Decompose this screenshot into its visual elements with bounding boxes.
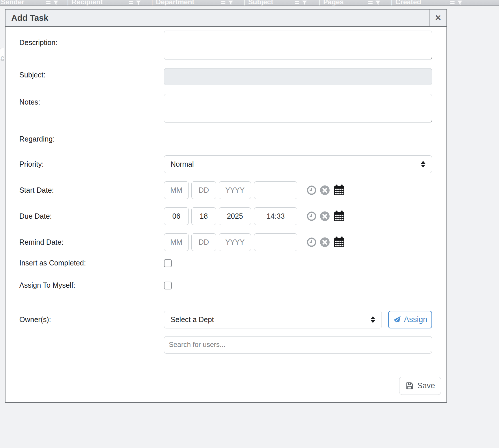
sort-icon	[450, 1, 455, 4]
subject-input	[164, 68, 432, 85]
bg-column-subject: Subject	[248, 0, 273, 5]
bg-column-recipient: Recipient	[72, 0, 103, 5]
insert-completed-checkbox[interactable]	[164, 259, 172, 267]
background-table-header: Sender Recipient Department Subject Page…	[0, 0, 499, 5]
notes-textarea[interactable]	[164, 94, 432, 123]
start-clock-icon[interactable]	[307, 185, 316, 195]
due-clear-icon[interactable]	[320, 211, 330, 221]
assign-button-label: Assign	[404, 315, 427, 324]
due-calendar-icon[interactable]	[333, 210, 345, 222]
description-label: Description:	[19, 38, 57, 47]
filter-funnel-icon	[375, 1, 380, 5]
assign-button[interactable]: Assign	[388, 311, 432, 328]
subject-label: Subject:	[19, 71, 45, 79]
department-select-value: Select a Dept	[171, 315, 371, 324]
modal-header: Add Task ✕	[5, 10, 446, 27]
bg-header-icons	[221, 1, 233, 5]
remind-calendar-icon[interactable]	[333, 236, 345, 248]
start-calendar-icon[interactable]	[333, 184, 345, 196]
bg-header-icons	[450, 1, 462, 5]
sort-icon	[46, 1, 51, 4]
bg-partial-text: e	[1, 54, 4, 62]
start-clear-icon[interactable]	[320, 185, 330, 195]
bg-column-pages: Pages	[323, 0, 344, 5]
modal-body: Description: Subject: Notes: Regarding: …	[5, 27, 446, 402]
select-arrows-icon	[371, 316, 375, 323]
sort-icon	[295, 1, 299, 4]
priority-select[interactable]: Normal	[164, 155, 432, 173]
priority-label: Priority:	[19, 160, 44, 168]
paper-plane-icon	[393, 316, 401, 324]
remind-year-input[interactable]	[219, 233, 251, 251]
due-year-input[interactable]	[219, 207, 251, 225]
bg-column-sender: Sender	[1, 0, 24, 5]
start-day-input[interactable]	[191, 181, 216, 199]
filter-funnel-icon	[302, 1, 307, 5]
due-day-input[interactable]	[191, 207, 216, 225]
close-icon: ✕	[435, 13, 442, 23]
select-arrows-icon	[421, 161, 425, 168]
filter-funnel-icon	[136, 1, 141, 5]
remind-date-label: Remind Date:	[19, 238, 63, 246]
remind-month-input[interactable]	[164, 233, 189, 251]
sort-icon	[129, 1, 133, 4]
start-date-label: Start Date:	[19, 186, 54, 194]
start-month-input[interactable]	[164, 181, 189, 199]
column-separator: |	[151, 0, 153, 5]
filter-funnel-icon	[457, 1, 462, 5]
description-textarea[interactable]	[164, 31, 432, 60]
due-date-label: Due Date:	[19, 212, 52, 220]
footer-divider	[11, 370, 441, 370]
bg-column-department: Department	[156, 0, 194, 5]
notes-label: Notes:	[19, 98, 40, 106]
close-button[interactable]: ✕	[429, 10, 446, 26]
priority-select-value: Normal	[171, 160, 421, 168]
start-time-input[interactable]	[254, 181, 297, 199]
start-year-input[interactable]	[219, 181, 251, 199]
assign-myself-label: Assign To Myself:	[19, 281, 75, 289]
sort-icon	[368, 1, 373, 4]
floppy-disk-icon	[405, 382, 414, 390]
assign-myself-checkbox[interactable]	[164, 282, 172, 289]
add-task-modal: Add Task ✕ Description: Subject: Notes: …	[5, 9, 447, 403]
insert-completed-label: Insert as Completed:	[19, 259, 86, 267]
column-separator: |	[67, 0, 69, 5]
bg-column-created: Created	[395, 0, 421, 5]
column-separator: |	[391, 0, 393, 5]
bg-header-icons	[368, 1, 380, 5]
user-search-textarea[interactable]	[164, 336, 432, 354]
due-clock-icon[interactable]	[307, 211, 316, 221]
save-button-label: Save	[417, 381, 435, 390]
remind-clear-icon[interactable]	[320, 237, 330, 247]
bg-header-icons	[129, 1, 141, 5]
column-separator: |	[244, 0, 245, 5]
remind-time-input[interactable]	[254, 233, 297, 251]
bg-header-icons	[46, 1, 58, 5]
department-select[interactable]: Select a Dept	[164, 311, 382, 328]
column-separator: |	[319, 0, 320, 5]
save-button[interactable]: Save	[399, 377, 441, 395]
filter-funnel-icon	[228, 1, 233, 5]
filter-funnel-icon	[53, 1, 58, 5]
sort-icon	[221, 1, 225, 4]
remind-clock-icon[interactable]	[307, 237, 316, 247]
owners-label: Owner(s):	[19, 315, 51, 324]
regarding-label: Regarding:	[19, 135, 55, 143]
modal-title: Add Task	[5, 10, 429, 26]
due-time-input[interactable]	[254, 207, 297, 225]
due-month-input[interactable]	[164, 207, 189, 225]
remind-day-input[interactable]	[191, 233, 216, 251]
bg-header-icons	[295, 1, 307, 5]
